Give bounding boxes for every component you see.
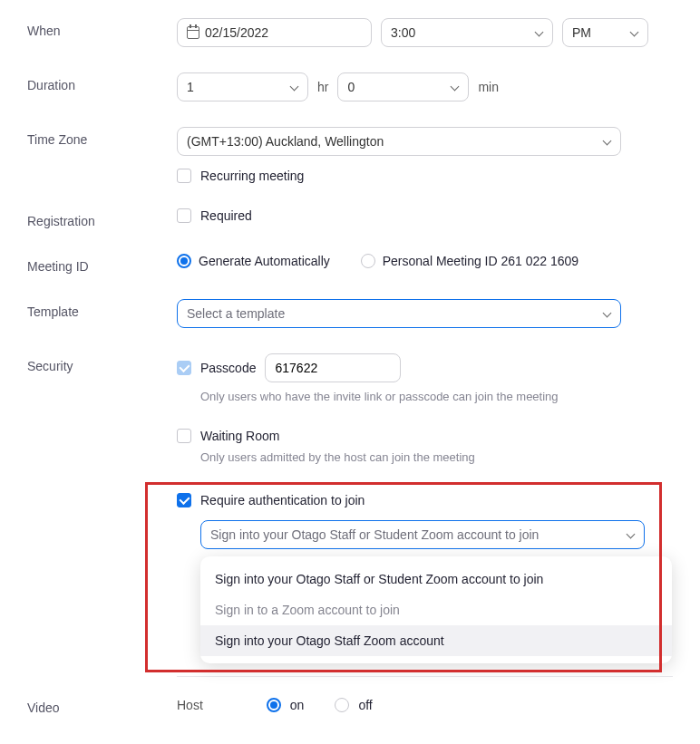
chevron-down-icon [602,309,611,318]
duration-hours-value: 1 [187,80,194,94]
chevron-down-icon [534,28,543,37]
timezone-label: Time Zone [27,127,177,147]
time-value: 3:00 [391,25,415,40]
require-auth-label: Require authentication to join [200,493,365,507]
auth-dropdown-panel: Sign into your Otago Staff or Student Zo… [200,556,672,663]
timezone-value: (GMT+13:00) Auckland, Wellington [187,134,384,149]
divider [177,676,673,677]
chevron-down-icon [629,28,638,37]
time-select[interactable]: 3:00 [381,18,553,47]
waiting-room-checkbox[interactable] [177,429,191,443]
waiting-room-label: Waiting Room [200,429,279,443]
passcode-input[interactable] [265,353,401,382]
chevron-down-icon [626,530,635,539]
auth-option-otago-staff[interactable]: Sign into your Otago Staff Zoom account [200,625,672,656]
template-placeholder: Select a template [187,306,285,321]
template-select[interactable]: Select a template [177,299,621,328]
auth-option-any-zoom[interactable]: Sign in to a Zoom account to join [200,594,672,625]
waiting-room-helper: Only users admitted by the host can join… [200,450,673,464]
registration-required-label: Required [200,208,252,223]
video-host-label: Host [177,698,203,712]
meeting-id-personal-label: Personal Meeting ID 261 022 1609 [383,254,578,268]
registration-required-checkbox[interactable] [177,208,191,223]
when-label: When [27,18,177,38]
passcode-label: Passcode [200,361,256,375]
chevron-down-icon [289,82,298,92]
hr-unit: hr [317,80,328,94]
passcode-checkbox[interactable] [177,361,191,375]
require-auth-checkbox[interactable] [177,493,191,507]
security-label: Security [27,353,177,373]
timezone-select[interactable]: (GMT+13:00) Auckland, Wellington [177,127,621,156]
video-label: Video [27,695,177,715]
recurring-checkbox[interactable] [177,169,191,183]
date-picker[interactable]: 02/15/2022 [177,18,372,47]
meeting-id-auto-label: Generate Automatically [199,254,330,268]
chevron-down-icon [450,82,459,92]
video-off-label: off [358,698,372,712]
video-host-off-radio[interactable] [335,698,349,712]
min-unit: min [478,80,499,94]
meeting-id-auto-radio[interactable] [177,254,191,268]
registration-label: Registration [27,208,177,228]
ampm-select[interactable]: PM [562,18,648,47]
duration-minutes-value: 0 [347,80,355,94]
video-on-label: on [290,698,305,712]
template-label: Template [27,299,177,319]
video-host-on-radio[interactable] [267,698,281,712]
recurring-label: Recurring meeting [200,169,304,183]
duration-hours-select[interactable]: 1 [177,72,308,101]
auth-selected-value: Sign into your Otago Staff or Student Zo… [210,527,539,542]
date-value: 02/15/2022 [205,25,268,40]
auth-method-select[interactable]: Sign into your Otago Staff or Student Zo… [200,520,645,549]
duration-minutes-select[interactable]: 0 [337,72,469,101]
auth-option-otago-staff-student[interactable]: Sign into your Otago Staff or Student Zo… [200,564,672,594]
meeting-id-personal-radio[interactable] [361,254,375,268]
chevron-down-icon [602,137,611,146]
duration-label: Duration [27,72,177,92]
passcode-helper: Only users who have the invite link or p… [200,390,673,403]
ampm-value: PM [572,25,591,40]
calendar-icon [187,26,199,39]
meeting-id-label: Meeting ID [27,254,177,274]
